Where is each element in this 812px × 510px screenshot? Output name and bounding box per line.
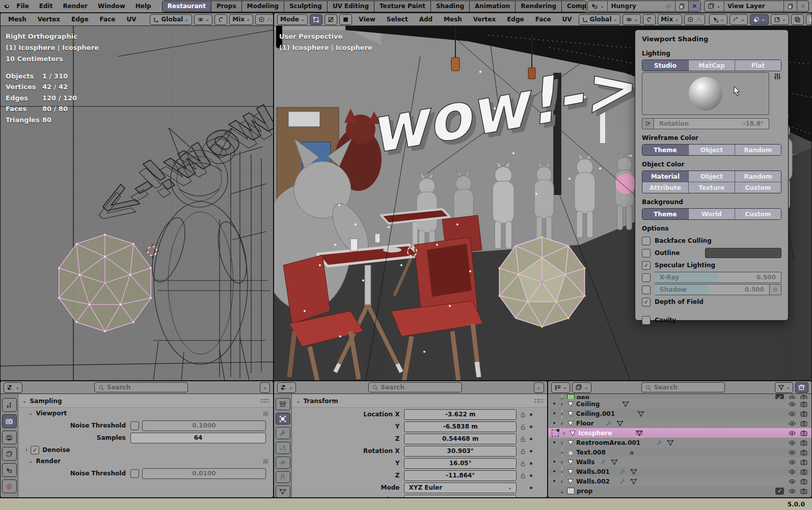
menu-uv[interactable]: UV (558, 15, 577, 24)
camera-icon[interactable] (800, 488, 807, 495)
wireframe-theme-button[interactable]: Theme (642, 145, 689, 155)
tab-physics[interactable] (276, 457, 290, 469)
workspace-tab[interactable]: Modeling (242, 1, 284, 12)
new-collection-button[interactable] (795, 382, 808, 393)
background-theme-button[interactable]: Theme (642, 209, 689, 219)
collection-row-geo[interactable]: ⌄ geo ✓ (548, 394, 811, 399)
lighting-matcap-button[interactable]: MatCap (689, 60, 735, 71)
menu-vertex[interactable]: Vertex (469, 15, 500, 24)
outliner-row[interactable]: •› Walls.002 (548, 476, 811, 486)
menu-file[interactable]: File (12, 2, 34, 11)
shadow-slider[interactable]: Shadow 0.500 (655, 284, 770, 295)
menu-edge[interactable]: Edge (502, 15, 529, 24)
edge-select-mode-button[interactable] (324, 14, 337, 25)
outliner-row[interactable]: › Text.008 (548, 447, 811, 457)
eye-icon[interactable] (789, 459, 796, 466)
animate-dot[interactable] (530, 438, 532, 440)
sampling-panel-header[interactable]: ⌄Sampling ∷∷ (18, 395, 273, 408)
camera-icon[interactable] (800, 478, 807, 485)
tab-object-data[interactable] (276, 486, 290, 498)
menu-view[interactable]: View (354, 15, 380, 24)
viewport-noise-threshold-field[interactable]: 0.1000 (142, 420, 266, 431)
lock-icon[interactable] (520, 472, 526, 479)
lighting-flat-button[interactable]: Flat (735, 60, 781, 71)
outliner-row[interactable]: •› Ceiling.001 (548, 409, 811, 418)
color-random-button[interactable]: Random (735, 171, 781, 182)
mode-dropdown[interactable]: Mode⌄ (277, 14, 308, 25)
camera-icon[interactable] (800, 430, 807, 437)
workspace-tab[interactable]: UV Editing (328, 1, 374, 12)
background-world-button[interactable]: World (689, 209, 735, 219)
viewport-noise-threshold-checkbox[interactable] (130, 421, 139, 430)
location-y-field[interactable]: -6.5838 m (404, 421, 517, 432)
lighting-studio-button[interactable]: Studio (642, 60, 689, 71)
options-dropdown[interactable]: ⌄ (534, 382, 544, 393)
render-noise-threshold-checkbox[interactable] (130, 469, 139, 478)
eye-icon[interactable] (789, 394, 796, 399)
background-custom-button[interactable]: Custom (735, 209, 781, 219)
animate-dot[interactable] (530, 487, 532, 489)
view-layer-icon[interactable]: ⌄ (705, 1, 724, 11)
tab-object[interactable] (276, 413, 290, 425)
workspace-tab[interactable]: Compositing (562, 1, 586, 12)
menu-edit[interactable]: Edit (35, 2, 58, 11)
color-custom-button[interactable]: Custom (735, 182, 781, 193)
workspace-tab[interactable]: Shading (431, 1, 470, 12)
camera-icon[interactable] (800, 449, 807, 456)
new-scene-button[interactable] (675, 1, 689, 11)
drag-handle-icon[interactable]: ∷∷ (534, 398, 543, 405)
color-texture-button[interactable]: Texture (689, 182, 735, 193)
pin-icon[interactable] (665, 3, 672, 10)
menu-select[interactable]: Select (382, 15, 413, 24)
search-input[interactable]: Search (94, 382, 188, 392)
workspace-tab[interactable]: Animation (470, 1, 516, 12)
render-noise-threshold-field[interactable]: 0.0100 (142, 468, 266, 479)
menu-window[interactable]: Window (93, 2, 130, 11)
shadow-settings-gear-icon[interactable]: ⚙ (770, 284, 781, 295)
xray-checkbox[interactable] (642, 273, 651, 282)
world-rotation-sync-icon[interactable]: ⟳ (642, 118, 654, 129)
location-x-field[interactable]: -3.622 m (404, 409, 517, 420)
transform-panel-header[interactable]: ⌄Transform ∷∷ (292, 395, 547, 408)
overlays-toggle[interactable]: ⌄ (750, 14, 768, 25)
eye-icon[interactable] (789, 478, 796, 485)
tab-constraints[interactable] (276, 471, 290, 484)
lock-icon[interactable] (520, 411, 526, 418)
gizmos-dropdown[interactable]: ⌄ (771, 14, 789, 25)
blend-mode-dropdown[interactable]: Mix⌄ (658, 14, 682, 25)
outliner-row[interactable]: •› Ceiling (548, 399, 811, 409)
rotation-z-field[interactable]: -11.864° (404, 470, 517, 481)
workspace-tab[interactable]: Props (211, 1, 242, 12)
search-input[interactable]: Search (368, 382, 462, 392)
outline-color-swatch[interactable] (705, 248, 781, 258)
xray-slider[interactable]: X-Ray 0.500 (655, 272, 781, 283)
viewport-subpanel-header[interactable]: ⌄Viewport (18, 408, 273, 419)
camera-icon[interactable] (800, 401, 807, 408)
animate-dot[interactable] (530, 474, 532, 477)
cavity-checkbox[interactable] (642, 316, 651, 325)
filter-dropdown[interactable]: ⌄ (775, 382, 793, 393)
menu-help[interactable]: Help (131, 2, 156, 11)
camera-icon[interactable] (800, 394, 807, 399)
menu-face[interactable]: Face (95, 15, 120, 24)
lock-icon[interactable] (520, 423, 526, 430)
proportional-editing-button[interactable] (684, 14, 705, 25)
camera-icon[interactable] (800, 410, 807, 417)
color-attribute-button[interactable]: Attribute (642, 182, 689, 193)
workspace-tab[interactable]: Restaurant (163, 1, 211, 12)
depth-of-field-checkbox[interactable]: ✓ (642, 298, 651, 306)
transform-orientation-dropdown[interactable]: Global⌄ (150, 14, 192, 25)
rotation-mode-dropdown[interactable]: XYZ Euler⌄ (404, 483, 517, 493)
render-subpanel-header[interactable]: ⌄Render (18, 456, 273, 467)
outliner-row[interactable]: •› Floor (548, 418, 811, 428)
viewport-samples-field[interactable]: 64 (130, 433, 266, 443)
outline-checkbox[interactable] (642, 249, 651, 258)
menu-vertex[interactable]: Vertex (33, 15, 65, 24)
eye-icon[interactable] (789, 430, 796, 437)
proportional-spiral-button[interactable] (214, 14, 227, 25)
face-select-mode-button[interactable] (339, 14, 352, 25)
tab-collection[interactable] (276, 398, 290, 410)
backface-culling-checkbox[interactable] (642, 237, 651, 245)
camera-icon[interactable] (800, 420, 807, 427)
outliner-row-selected[interactable]: › Icosphere (548, 428, 811, 438)
